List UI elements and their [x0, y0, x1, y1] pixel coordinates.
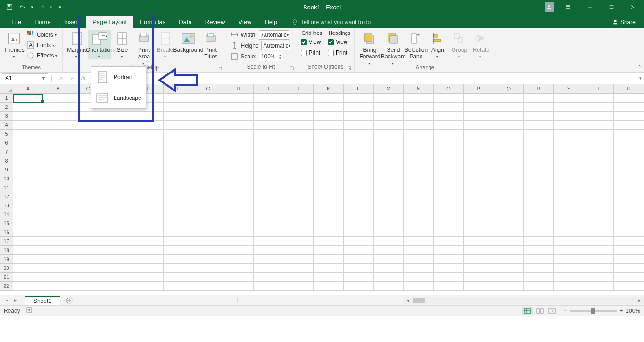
- cell[interactable]: [133, 228, 164, 237]
- cell[interactable]: [73, 183, 103, 192]
- cell[interactable]: [464, 165, 494, 174]
- cell[interactable]: [554, 273, 584, 282]
- cell[interactable]: [43, 282, 74, 291]
- column-header[interactable]: K: [314, 84, 344, 93]
- cell[interactable]: [103, 255, 133, 264]
- cell[interactable]: [43, 264, 74, 273]
- row-header[interactable]: 9: [0, 165, 13, 174]
- cell[interactable]: [554, 210, 584, 219]
- cell[interactable]: [344, 174, 374, 183]
- cell[interactable]: [374, 273, 404, 282]
- column-header[interactable]: M: [374, 84, 404, 93]
- cell[interactable]: [164, 219, 194, 228]
- cell[interactable]: [193, 264, 223, 273]
- cell[interactable]: [103, 174, 133, 183]
- cell[interactable]: [314, 201, 344, 210]
- cell[interactable]: [103, 264, 133, 273]
- cell[interactable]: [133, 156, 164, 165]
- cell[interactable]: [494, 201, 524, 210]
- selection-pane-button[interactable]: Selection Pane: [405, 30, 426, 60]
- cell[interactable]: [43, 174, 74, 183]
- cell[interactable]: [524, 246, 554, 255]
- cell[interactable]: [314, 210, 344, 219]
- cell[interactable]: [43, 103, 74, 112]
- cell[interactable]: [43, 219, 74, 228]
- cell[interactable]: [584, 183, 614, 192]
- minimize-button[interactable]: [579, 0, 601, 14]
- cell[interactable]: [374, 130, 404, 138]
- margins-button[interactable]: Margins▾: [66, 30, 87, 59]
- cell[interactable]: [283, 273, 314, 282]
- cell[interactable]: [254, 147, 284, 156]
- cell[interactable]: [584, 121, 614, 130]
- cell[interactable]: [223, 147, 254, 156]
- cell[interactable]: [404, 165, 434, 174]
- cell[interactable]: [13, 138, 43, 147]
- cell[interactable]: [133, 121, 164, 130]
- cell[interactable]: [554, 174, 584, 183]
- cell[interactable]: [223, 156, 254, 165]
- column-header[interactable]: B: [43, 84, 74, 93]
- cell[interactable]: [314, 112, 344, 121]
- cell[interactable]: [614, 138, 644, 147]
- cell[interactable]: [524, 210, 554, 219]
- cell[interactable]: [103, 237, 133, 246]
- cell[interactable]: [13, 94, 43, 103]
- cell[interactable]: [614, 121, 644, 130]
- cell[interactable]: [314, 103, 344, 112]
- cell[interactable]: [524, 192, 554, 201]
- row-header[interactable]: 14: [0, 210, 13, 219]
- cell[interactable]: [13, 246, 43, 255]
- cell[interactable]: [133, 130, 164, 138]
- cell[interactable]: [554, 156, 584, 165]
- column-header[interactable]: Q: [494, 84, 524, 93]
- cell[interactable]: [374, 246, 404, 255]
- cell[interactable]: [314, 192, 344, 201]
- cell[interactable]: [554, 219, 584, 228]
- cell[interactable]: [314, 138, 344, 147]
- cell[interactable]: [404, 246, 434, 255]
- cell[interactable]: [344, 165, 374, 174]
- cell[interactable]: [464, 282, 494, 291]
- cell[interactable]: [13, 219, 43, 228]
- cell[interactable]: [223, 94, 254, 103]
- cell[interactable]: [314, 130, 344, 138]
- cell[interactable]: [614, 282, 644, 291]
- cell[interactable]: [223, 192, 254, 201]
- row-header[interactable]: 1: [0, 94, 13, 103]
- cell[interactable]: [344, 138, 374, 147]
- column-header[interactable]: O: [434, 84, 464, 93]
- macro-record-icon[interactable]: [26, 307, 33, 315]
- cell[interactable]: [404, 121, 434, 130]
- cell[interactable]: [464, 246, 494, 255]
- cell[interactable]: [73, 246, 103, 255]
- cell[interactable]: [193, 273, 223, 282]
- cell[interactable]: [133, 219, 164, 228]
- cell[interactable]: [464, 147, 494, 156]
- cell[interactable]: [73, 130, 103, 138]
- cell[interactable]: [614, 130, 644, 138]
- cancel-fx-icon[interactable]: ✕: [56, 73, 66, 83]
- cell[interactable]: [13, 273, 43, 282]
- cell[interactable]: [133, 112, 164, 121]
- cell[interactable]: [494, 255, 524, 264]
- column-header[interactable]: G: [193, 84, 223, 93]
- cell[interactable]: [464, 273, 494, 282]
- close-button[interactable]: [622, 0, 644, 14]
- row-header[interactable]: 6: [0, 138, 13, 147]
- cell[interactable]: [344, 192, 374, 201]
- cell[interactable]: [43, 192, 74, 201]
- cell[interactable]: [344, 282, 374, 291]
- width-control[interactable]: Width: Automatic▾: [229, 30, 292, 40]
- cell[interactable]: [434, 183, 464, 192]
- cell[interactable]: [464, 237, 494, 246]
- cell[interactable]: [494, 237, 524, 246]
- cell[interactable]: [164, 112, 194, 121]
- cell[interactable]: [344, 183, 374, 192]
- cell[interactable]: [524, 201, 554, 210]
- cell[interactable]: [494, 228, 524, 237]
- bring-forward-button[interactable]: Bring Forward▾: [358, 30, 381, 65]
- gridlines-view-check[interactable]: View: [301, 37, 322, 47]
- cell[interactable]: [103, 112, 133, 121]
- cell[interactable]: [434, 237, 464, 246]
